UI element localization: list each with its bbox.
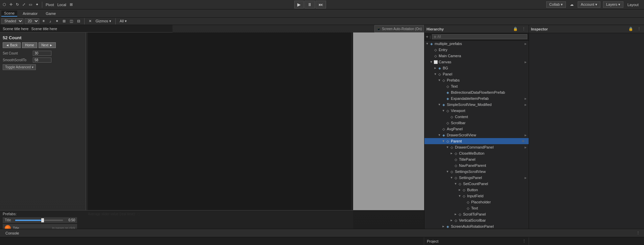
tree-icon: ⬜ [433,60,438,64]
home-button[interactable]: Home [22,42,37,48]
tool-move[interactable]: ✛ [8,2,14,7]
account-button[interactable]: Account ▾ [578,1,600,8]
slider-track[interactable] [15,220,63,221]
tool-rect[interactable]: ▭ [27,2,33,7]
local-btn[interactable]: Local [56,2,67,7]
inspector-menu-btn[interactable]: ⋮ [636,26,642,31]
project-menu-btn[interactable]: ⋮ [522,239,526,243]
set-count-input[interactable] [33,51,51,56]
scene-settings-btn[interactable]: ✕ [87,18,93,24]
console-tab[interactable]: Console [3,230,22,236]
next-button[interactable]: Next ► [39,42,56,48]
hierarchy-item-expandable[interactable]: ◈ ExpandableItemPrefab ► [424,95,529,102]
tree-icon: ◇ [454,218,458,223]
back-button[interactable]: ◄ Back [3,42,21,48]
eye-btn[interactable]: 👁 [522,139,525,143]
project-tab[interactable]: Project [427,239,438,243]
hierarchy-item-multiple_prefabs[interactable]: ▼ ◈ multiple_prefabs ► [424,41,529,47]
toggle-advanced-btn[interactable]: Toggle Advanced ▾ [3,64,36,70]
tree-label: ExpandableItemPrefab [451,96,489,101]
hierarchy-item-button[interactable]: ► ◇ Button [424,187,529,193]
hierarchy-item-entry[interactable]: ◇ Entry [424,47,529,53]
hierarchy-item-content[interactable]: ◇ Content [424,114,529,120]
hierarchy-item-viewport[interactable]: ▼ ◇ Viewport [424,108,529,114]
hierarchy-item-bg[interactable]: ► ◈ BG [424,65,529,71]
hierarchy-item-settingspanel[interactable]: ▼ ◇ SettingsPanel ► [424,175,529,181]
tool-custom[interactable]: ✦ [34,2,40,7]
hierarchy-menu-btn[interactable]: ⋮ [521,26,527,31]
gizmos-dropdown[interactable]: Gizmos ▾ [94,18,113,24]
hierarchy-item-placeholder[interactable]: ◇ Placeholder [424,199,529,205]
extra-btn[interactable]: ◫ [68,18,74,24]
hierarchy-item-text_prefabs[interactable]: ◇ Text [424,83,529,89]
fx-btn[interactable]: ✦ [54,18,60,24]
hierarchy-item-navparent[interactable]: ◇ NavPanelParent [424,162,529,169]
tree-label: Parent [451,139,462,143]
hierarchy-item-settingsscroll[interactable]: ▼ ◇ SettingsScrollView [424,169,529,175]
hierarchy-item-screenautopanel[interactable]: ► ◈ ScreenAutoRotationPanel [424,223,529,229]
hierarchy-item-setcountpanel[interactable]: ▼ ◇ SetCountPanel [424,181,529,187]
tab-scene[interactable]: Scene [1,10,17,17]
hierarchy-item-vertscrollbar[interactable]: ► ◇ VerticalScrollbar [424,217,529,223]
screen-auto-icon: 📱 [377,27,381,30]
slider-thumb[interactable] [41,218,44,222]
hierarchy-item-canvas[interactable]: ▼ ⬜ Canvas ► [424,59,529,65]
hierarchy-item-bidirectional[interactable]: ◈ BidirectionalDataFlowItemPrefab [424,89,529,95]
hierarchy-add-btn[interactable]: + [426,34,429,39]
hierarchy-item-prefabs[interactable]: ▼ ◇ Prefabs [424,77,529,83]
audio-btn[interactable]: ♪ [48,19,53,24]
layout-button[interactable]: Layout [626,2,640,7]
tool-rotate[interactable]: ↻ [15,2,20,7]
hierarchy-item-inputfield[interactable]: ▼ ◇ InputField [424,193,529,199]
hierarchy-lock-btn[interactable]: 🔒 [512,26,519,31]
pause-button[interactable]: ⏸ [304,1,315,8]
hierarchy-item-avgpanel[interactable]: ◇ AvgPanel [424,126,529,132]
hierarchy-item-titlepanel[interactable]: ◇ TitlePanel [424,156,529,162]
center-viewport [86,32,353,210]
hierarchy-item-scrolltopanel[interactable]: ► ◇ ScrollToPanel [424,211,529,217]
hierarchy-item-drawercommand[interactable]: ▼ ◇ DrawerCommandPanel ► [424,144,529,150]
prefabs-title: Prefabs: [3,212,350,216]
hierarchy-item-scrollbar[interactable]: ◇ Scrollbar [424,120,529,126]
expand-arrow: ► [524,60,527,64]
grid-btn[interactable]: ⊞ [68,2,74,7]
bottom-menu-btn[interactable]: ⋮ [636,231,640,235]
all-dropdown[interactable]: All ▾ [118,18,128,24]
light-btn[interactable]: ☀ [41,18,47,24]
search-divider: | [430,35,431,39]
tab-game[interactable]: Game [43,11,59,16]
hierarchy-item-panel[interactable]: ▼ ◇ Panel [424,71,529,77]
tab-animator[interactable]: Animator [20,11,40,16]
grid-scene-btn[interactable]: ⊞ [61,18,67,24]
scene-container: Persp Scene title here Scene title here … [0,25,424,229]
play-button[interactable]: ▶ [294,1,304,8]
screen-auto-label: 📱 Screen Auto-Rotation (On) [374,25,424,32]
cloud-button[interactable]: ☁ [569,2,575,7]
hierarchy-item-text_input[interactable]: ◇ Text [424,205,529,211]
pivot-btn[interactable]: Pivot [44,2,55,7]
inspector-lock-btn[interactable]: 🔒 [627,26,634,31]
tool-select[interactable]: ⬡ [1,2,7,7]
shading-dropdown[interactable]: Shaded [1,18,23,24]
tree-icon: ◈ [445,90,450,95]
slider-fill [15,220,44,221]
hierarchy-item-parent[interactable]: ▼ ◇ Parent 👁↓ [424,138,529,144]
2d-toggle[interactable]: 2D [25,18,39,24]
hierarchy-item-drawerscroll[interactable]: ▼ ◈ DrawerScrollView ► [424,132,529,138]
hierarchy-item-closeme[interactable]: ► ◇ CloseMeButton [424,150,529,156]
hierarchy-item-maincamera[interactable]: ◇ Main Camera [424,53,529,59]
extra-btn2[interactable]: ⊟ [76,18,82,24]
hide-btn[interactable]: ↓ [526,139,527,143]
set-count-row: Set Count [3,51,83,56]
tree-icon: ◇ [466,206,470,210]
scene-panel[interactable]: Persp Scene title here Scene title here … [0,25,424,229]
tool-scale[interactable]: ⤢ [21,2,27,7]
hierarchy-item-simplescroll[interactable]: ▼ ◈ SimpleScrollView_Modified ► [424,102,529,108]
smooth-scroll-input[interactable] [33,58,51,63]
tree-icon: ◈ [445,224,450,229]
collab-button[interactable]: Collab ▾ [546,1,566,8]
layers-button[interactable]: Layers ▾ [603,1,623,8]
scene-toolbar: Shaded 2D ☀ ♪ ✦ ⊞ ◫ ⊟ ✕ Gizmos ▾ All ▾ [0,18,644,25]
step-button[interactable]: ⏭ [316,1,326,8]
hierarchy-search-input[interactable] [432,34,527,39]
